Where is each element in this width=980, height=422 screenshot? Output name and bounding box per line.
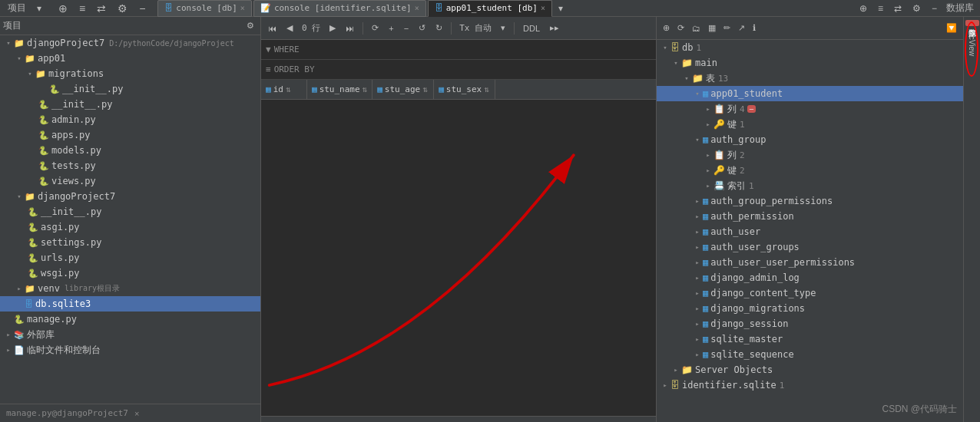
db-toolbar-arrows[interactable]: ⇄ (889, 2, 906, 15)
db-toolbar-new[interactable]: ⊕ (855, 2, 872, 15)
db-item-auth-group[interactable]: ▾ ▦ auth_group (657, 132, 963, 147)
tree-item-asgi[interactable]: 🐍 asgi.py (0, 219, 260, 235)
menu-dropdown[interactable]: ▾ (32, 2, 46, 15)
tree-item-init-migrations[interactable]: 🐍 __init__.py (0, 81, 260, 97)
tree-item-init-inner[interactable]: 🐍 __init__.py (0, 204, 260, 219)
db-item-identifier-sqlite[interactable]: ▸ 🗄 identifier.sqlite 1 (657, 377, 963, 393)
db-schema[interactable]: 🗂 (689, 22, 704, 35)
db-item-cols-auth-group[interactable]: ▸ 📋 列 2 (657, 147, 963, 163)
sql-next[interactable]: ▶ (326, 21, 339, 35)
tree-item-temp[interactable]: ▸ 📄 临时文件和控制台 (0, 342, 260, 358)
tab-dropdown[interactable]: ▾ (554, 2, 568, 15)
tree-djangoproject7-inner-label: djangoProject7 (38, 191, 115, 202)
db-item-index-auth-group[interactable]: ▸ 📇 索引 1 (657, 178, 963, 193)
sql-refresh[interactable]: ⟳ (368, 21, 382, 35)
toolbar-settings[interactable]: ⚙ (113, 1, 132, 16)
db-item-sqlite-master[interactable]: ▸ ▦ sqlite_master (657, 331, 963, 347)
tree-item-admin[interactable]: 🐍 admin.py (0, 112, 260, 127)
tree-item-wsgi[interactable]: 🐍 wsgi.py (0, 265, 260, 281)
toolbar-list[interactable]: ≡ (74, 1, 90, 16)
tree-item-app01[interactable]: ▾ 📁 app01 (0, 51, 260, 66)
sql-redo[interactable]: ↻ (432, 21, 446, 35)
tree-item-urls[interactable]: 🐍 urls.py (0, 250, 260, 265)
db-item-sqlite-sequence[interactable]: ▸ ▦ sqlite_sequence (657, 347, 963, 362)
toolbar-minus[interactable]: − (134, 1, 150, 16)
col-header-stu-name[interactable]: ▦ stu_name ⇅ (307, 80, 372, 99)
db-toolbar-list[interactable]: ≡ (873, 2, 888, 15)
sql-tx-dropdown[interactable]: ▾ (497, 21, 509, 35)
tree-item-db-sqlite3[interactable]: 🗄 db.sqlite3 (0, 296, 260, 312)
sql-data-area[interactable] (261, 100, 656, 416)
sql-last[interactable]: ⏭ (342, 22, 358, 35)
tab-app01-student[interactable]: 🗄 app01_student [db] × (428, 0, 552, 17)
menu-project[interactable]: 项目 (3, 0, 31, 16)
db-item-django-session[interactable]: ▸ ▦ django_session (657, 316, 963, 331)
tree-item-views[interactable]: 🐍 views.py (0, 173, 260, 189)
db-item-server-objects[interactable]: ▸ 📁 Server Objects (657, 362, 963, 377)
tree-item-manage[interactable]: 🐍 manage.py (0, 312, 260, 327)
tab-close-console-db[interactable]: × (240, 4, 245, 12)
col-header-stu-sex[interactable]: ▦ stu_sex ⇅ (434, 80, 495, 99)
tree-item-models[interactable]: 🐍 models.py (0, 143, 260, 158)
db-item-django-content-type[interactable]: ▸ ▦ django_content_type (657, 285, 963, 301)
db-item-cols-app01[interactable]: ▸ 📋 列 4 — (657, 101, 963, 117)
db-jump[interactable]: ↗ (735, 21, 748, 35)
col-header-id[interactable]: ▦ id ⇅ (261, 80, 307, 99)
col-header-stu-age[interactable]: ▦ stu_age ⇅ (372, 80, 434, 99)
tree-item-ext-libs[interactable]: ▸ 📚 外部库 (0, 327, 260, 342)
sql-ddl[interactable]: DDL (519, 22, 544, 35)
sql-undo[interactable]: ↺ (415, 21, 429, 35)
tree-item-tests[interactable]: 🐍 tests.py (0, 158, 260, 173)
tree-arrow-root: ▾ (3, 39, 14, 47)
db-item-django-admin-log[interactable]: ▸ ▦ django_admin_log (657, 270, 963, 285)
db-item-auth-group-perms[interactable]: ▸ ▦ auth_group_permissions (657, 193, 963, 209)
db-table[interactable]: ▦ (705, 21, 719, 35)
tree-item-root[interactable]: ▾ 📁 djangoProject7 D:/pythonCode/djangoP… (0, 35, 260, 51)
db-item-keys-auth-group[interactable]: ▸ 🔑 键 2 (657, 163, 963, 178)
db-toolbar-minus[interactable]: − (927, 2, 942, 15)
sql-first[interactable]: ⏮ (264, 22, 280, 35)
tab-console-db[interactable]: 🗄 console [db] × (157, 0, 252, 17)
db-item-auth-user-groups[interactable]: ▸ ▦ auth_user_groups (657, 239, 963, 255)
sql-run[interactable]: ▸▸ (546, 21, 563, 35)
db-edit[interactable]: ✏ (720, 21, 733, 35)
tab-console-identifier[interactable]: 📝 console [identifier.sqlite] × (253, 0, 426, 17)
db-filter[interactable]: 🔽 (943, 21, 960, 35)
tab-db-icon: 🗄 (164, 3, 173, 13)
db-new-connection[interactable]: ⊕ (660, 21, 673, 35)
tree-item-settings[interactable]: 🐍 settings.py (0, 235, 260, 250)
sql-add[interactable]: + (385, 22, 397, 35)
tree-arrow-app01: ▾ (14, 54, 25, 62)
side-btn-database[interactable]: 数据库 (965, 20, 979, 26)
db-item-django-migrations[interactable]: ▸ ▦ django_migrations (657, 301, 963, 316)
toolbar-new[interactable]: ⊕ (54, 1, 72, 16)
db-item-auth-user-user-perms[interactable]: ▸ ▦ auth_user_user_permissions (657, 255, 963, 270)
tree-item-djangoproject7-inner[interactable]: ▾ 📁 djangoProject7 (0, 189, 260, 204)
db-item-keys-app01[interactable]: ▸ 🔑 键 1 (657, 117, 963, 132)
tree-item-apps[interactable]: 🐍 apps.py (0, 127, 260, 143)
project-tree[interactable]: ▾ 📁 djangoProject7 D:/pythonCode/djangoP… (0, 35, 260, 404)
side-btn-scview[interactable]: ScView (966, 28, 978, 59)
db-item-keys-app01-label: 键 (727, 118, 737, 131)
db-item-main[interactable]: ▾ 📁 main (657, 55, 963, 71)
tree-item-migrations[interactable]: ▾ 📁 migrations (0, 66, 260, 81)
horizontal-scroll[interactable] (261, 416, 656, 422)
status-close[interactable]: × (134, 409, 139, 418)
db-refresh[interactable]: ⟳ (674, 21, 687, 35)
tab-close-app01[interactable]: × (541, 4, 545, 12)
sql-prev[interactable]: ◀ (283, 21, 296, 35)
db-item-auth-user[interactable]: ▸ ▦ auth_user (657, 224, 963, 239)
db-item-auth-permission[interactable]: ▸ ▦ auth_permission (657, 209, 963, 224)
db-item-app01-student[interactable]: ▾ ▦ app01_student (657, 86, 963, 101)
project-gear[interactable]: ⚙ (243, 19, 257, 32)
toolbar-arrows[interactable]: ⇄ (92, 1, 111, 16)
db-info[interactable]: ℹ (750, 21, 759, 35)
tree-item-venv[interactable]: ▸ 📁 venv library根目录 (0, 281, 260, 296)
sql-remove[interactable]: − (400, 22, 412, 35)
db-toolbar-settings[interactable]: ⚙ (908, 2, 925, 15)
tab-close-console-identifier[interactable]: × (415, 4, 419, 12)
db-item-tables-folder[interactable]: ▾ 📁 表 13 (657, 71, 963, 86)
db-item-db[interactable]: ▾ 🗄 db 1 (657, 40, 963, 55)
tree-item-init-app01[interactable]: 🐍 __init__.py (0, 97, 260, 112)
db-tree[interactable]: ▾ 🗄 db 1 ▾ 📁 main ▾ 📁 表 13 (657, 40, 963, 422)
